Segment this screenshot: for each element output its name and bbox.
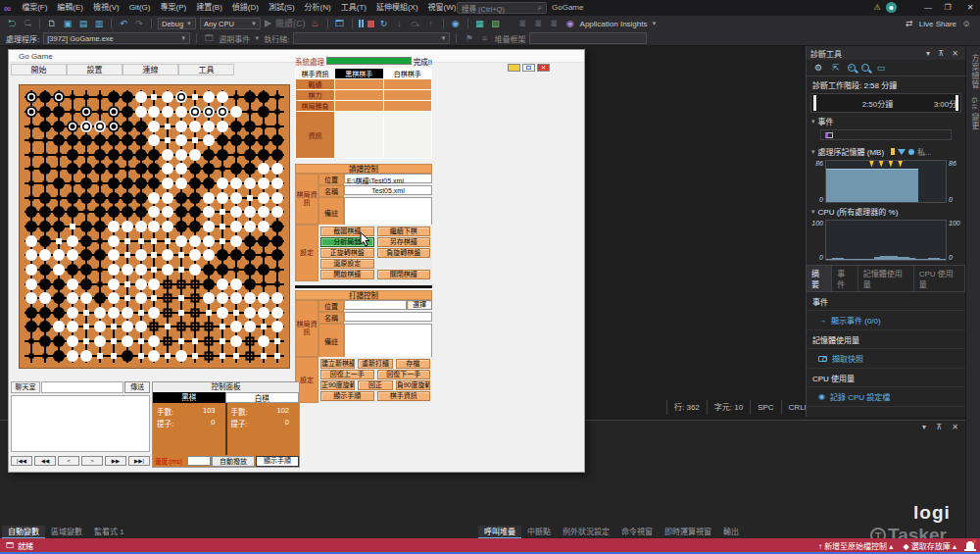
board-cell[interactable] (38, 105, 52, 120)
export-icon[interactable]: ⇱ (830, 61, 842, 75)
board-cell[interactable] (216, 277, 229, 291)
board-cell[interactable] (24, 90, 38, 105)
board-cell[interactable] (134, 348, 148, 363)
board-cell[interactable] (243, 277, 257, 291)
board-cell[interactable] (107, 176, 121, 191)
diag-tab-1[interactable]: 事件 (832, 266, 858, 291)
board-cell[interactable] (93, 205, 107, 220)
board-cell[interactable] (24, 348, 38, 363)
board-cell[interactable] (161, 305, 174, 320)
board-cell[interactable] (188, 277, 202, 291)
board-cell[interactable] (66, 291, 79, 306)
board-cell[interactable] (243, 105, 257, 120)
play-name-input[interactable] (344, 312, 432, 322)
board-cell[interactable] (66, 233, 79, 248)
board-cell[interactable] (52, 176, 66, 191)
nav-button-0[interactable]: |◀◀ (11, 456, 32, 466)
zoom-out-icon[interactable]: - (861, 64, 869, 72)
board-cell[interactable] (174, 176, 188, 191)
board-cell[interactable] (161, 334, 174, 349)
diagnostic-header-icons[interactable]: ▾ ⊼ ✕ (926, 49, 961, 58)
board-cell[interactable] (270, 291, 284, 306)
board-cell[interactable] (174, 334, 188, 349)
tab-bottom-left-0[interactable]: 自動變數 (2, 526, 45, 538)
board-cell[interactable] (216, 320, 229, 334)
board-cell[interactable] (38, 176, 52, 191)
board-cell[interactable] (134, 263, 148, 277)
undo-icon[interactable]: ↶ (118, 17, 129, 30)
board-cell[interactable] (121, 119, 134, 133)
board-cell[interactable] (161, 277, 174, 291)
board-cell[interactable] (38, 133, 52, 148)
board-cell[interactable] (134, 277, 148, 291)
read-name-input[interactable]: Test05.xml (344, 185, 432, 195)
board-cell[interactable] (38, 119, 52, 133)
board-cell[interactable] (79, 320, 93, 334)
gogame-close-button[interactable]: ✕ (537, 64, 550, 72)
button-建立新棋譜[interactable]: 建立新棋譜 (320, 359, 355, 369)
board-cell[interactable] (270, 305, 284, 320)
button-回復上一手[interactable]: 回復上一手 (320, 370, 374, 379)
board-cell[interactable] (188, 220, 202, 234)
gogame-minimize-button[interactable] (508, 64, 520, 72)
board-cell[interactable] (24, 263, 38, 277)
board-cell[interactable] (174, 133, 188, 148)
new-file-icon[interactable]: 🗋 (46, 17, 58, 30)
board-cell[interactable] (188, 248, 202, 263)
board-cell[interactable] (134, 305, 148, 320)
board-cell[interactable] (121, 291, 134, 306)
board-cell[interactable] (243, 220, 257, 234)
bookmark-icon-1[interactable]: 🗏 (517, 17, 529, 30)
take-snapshot-link[interactable]: 擷取快照 (807, 349, 965, 369)
auto-play-button[interactable]: 自動撥放 (212, 456, 255, 467)
board-cell[interactable] (257, 263, 270, 277)
thread-dropdown[interactable]: ▼ (293, 32, 450, 44)
hot-reload-icon[interactable]: ♨ (310, 17, 321, 30)
send-button[interactable]: 傳送 (124, 381, 150, 393)
warning-icon[interactable]: ⚠ (870, 0, 884, 16)
board-cell[interactable] (188, 190, 202, 205)
stop-icon[interactable] (368, 21, 374, 27)
board-cell[interactable] (229, 119, 243, 133)
board-cell[interactable] (202, 205, 216, 220)
feedback-icon[interactable]: ☺ (960, 17, 972, 30)
board-cell[interactable] (161, 248, 174, 263)
board-cell[interactable] (188, 263, 202, 277)
board-cell[interactable] (121, 220, 134, 234)
board-cell[interactable] (107, 291, 121, 306)
button-回復下一手[interactable]: 回復下一手 (377, 370, 431, 379)
nav-button-1[interactable]: ◀◀ (34, 456, 56, 466)
board-cell[interactable] (52, 162, 66, 176)
board-cell[interactable] (38, 205, 52, 220)
board-cell[interactable] (229, 320, 243, 334)
vs-menu-item-3[interactable]: Git(G) (124, 0, 156, 16)
board-cell[interactable] (216, 148, 229, 163)
board-cell[interactable] (270, 119, 284, 133)
board-cell[interactable] (216, 190, 229, 205)
board-cell[interactable] (202, 105, 216, 120)
board-cell[interactable] (38, 248, 52, 263)
board-cell[interactable] (66, 176, 79, 191)
board-cell[interactable] (229, 176, 243, 191)
board-cell[interactable] (229, 348, 243, 363)
board-cell[interactable] (229, 90, 243, 105)
nav-button-5[interactable]: ▶▶| (128, 456, 150, 466)
step-out-icon[interactable]: ↑ (425, 17, 437, 30)
board-cell[interactable] (107, 277, 121, 291)
board-cell[interactable] (229, 248, 243, 263)
gogame-menu-1[interactable]: 設置 (67, 64, 122, 76)
board-cell[interactable] (243, 334, 257, 349)
board-cell[interactable] (79, 176, 93, 191)
vs-menu-item-5[interactable]: 建置(B) (191, 0, 227, 16)
board-cell[interactable] (52, 305, 66, 320)
board-cell[interactable] (243, 133, 257, 148)
board-cell[interactable] (174, 305, 188, 320)
tab-bottom-left-2[interactable]: 監看式 1 (88, 526, 130, 538)
board-cell[interactable] (93, 334, 107, 349)
button-負旋轉棋盤[interactable]: 負旋轉棋盤 (377, 248, 431, 258)
board-cell[interactable] (93, 119, 107, 133)
board-cell[interactable] (229, 105, 243, 120)
board-cell[interactable] (134, 320, 148, 334)
board-cell[interactable] (174, 105, 188, 120)
board-cell[interactable] (52, 248, 66, 263)
